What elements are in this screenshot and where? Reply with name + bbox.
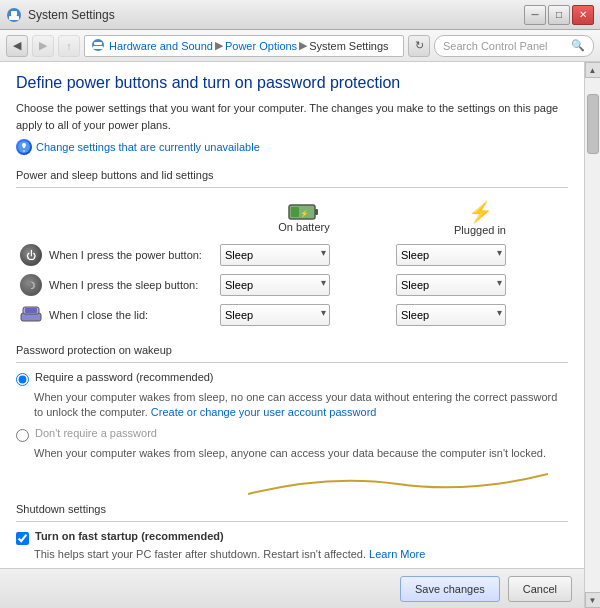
breadcrumb-current: System Settings (309, 40, 388, 52)
battery-label: On battery (278, 221, 329, 233)
sleep-button-icon: ☽ (20, 274, 42, 296)
power-button-label: When I press the power button: (49, 249, 202, 261)
breadcrumb-power[interactable]: Power Options (225, 40, 297, 52)
window-title: System Settings (28, 8, 115, 22)
page-description: Choose the power settings that you want … (16, 100, 568, 133)
svg-rect-5 (93, 46, 103, 49)
power-button-icon: ⏻ (20, 244, 42, 266)
title-bar: System Settings ─ □ ✕ (0, 0, 600, 30)
fast-startup-checkbox[interactable] (16, 532, 29, 545)
sleep-battery-dropdown[interactable]: Sleep Do nothing Hibernate Shut down (220, 274, 330, 296)
dont-require-desc: When your computer wakes from sleep, any… (34, 446, 568, 461)
page-title: Define power buttons and turn on passwor… (16, 74, 568, 92)
breadcrumb: Hardware and Sound ▶ Power Options ▶ Sys… (84, 35, 404, 57)
table-row: ⏻ When I press the power button: Sleep D… (16, 240, 568, 270)
svg-rect-10 (315, 209, 318, 215)
up-button[interactable]: ↑ (58, 35, 80, 57)
forward-button[interactable]: ▶ (32, 35, 54, 57)
cancel-button[interactable]: Cancel (508, 576, 572, 602)
require-password-label: Require a password (recommended) (35, 371, 214, 383)
shutdown-title: Shutdown settings (16, 503, 568, 515)
dont-require-row: Don't require a password (16, 427, 568, 442)
decorative-area (16, 475, 568, 499)
divider-1 (16, 187, 568, 188)
breadcrumb-hardware[interactable]: Hardware and Sound (109, 40, 213, 52)
lid-plugged-dropdown[interactable]: Sleep Do nothing Hibernate Shut down (396, 304, 506, 326)
change-link-icon (16, 139, 32, 155)
password-section-title: Password protection on wakeup (16, 344, 568, 356)
fast-startup-label: Turn on fast startup (recommended) (35, 530, 224, 542)
sleep-button-label: When I press the sleep button: (49, 279, 198, 291)
power-sleep-title: Power and sleep buttons and lid settings (16, 169, 568, 181)
scroll-thumb[interactable] (587, 94, 599, 154)
table-row: When I close the lid: Sleep Do nothing H… (16, 300, 568, 330)
lid-icon (20, 313, 45, 325)
app-icon (6, 7, 22, 23)
window-controls: ─ □ ✕ (524, 5, 594, 25)
lid-battery-dropdown[interactable]: Sleep Do nothing Hibernate Shut down (220, 304, 330, 326)
svg-rect-11 (291, 207, 299, 217)
content-area: Define power buttons and turn on passwor… (0, 62, 600, 608)
svg-rect-1 (11, 11, 17, 16)
require-password-desc: When your computer wakes from sleep, no … (34, 390, 568, 421)
scroll-down-arrow[interactable]: ▼ (585, 592, 601, 608)
divider-3 (16, 521, 568, 522)
require-password-row: Require a password (recommended) (16, 371, 568, 386)
col-plugged-in: ⚡ Plugged in (392, 196, 568, 240)
plugged-label: Plugged in (454, 224, 506, 236)
dont-require-radio[interactable] (16, 429, 29, 442)
refresh-button[interactable]: ↻ (408, 35, 430, 57)
bottom-action-bar: Save changes Cancel (0, 568, 584, 608)
power-sleep-section: Power and sleep buttons and lid settings (16, 169, 568, 330)
svg-rect-15 (25, 308, 37, 313)
table-row: ☽ When I press the sleep button: Sleep D… (16, 270, 568, 300)
change-link-text: Change settings that are currently unava… (36, 141, 260, 153)
close-button[interactable]: ✕ (572, 5, 594, 25)
svg-text:⚡: ⚡ (300, 209, 309, 218)
power-table: ⚡ On battery ⚡ Plugged in (16, 196, 568, 330)
dont-require-label: Don't require a password (35, 427, 157, 439)
svg-rect-4 (94, 42, 102, 45)
password-section: Password protection on wakeup Require a … (16, 344, 568, 461)
col-empty (16, 196, 216, 240)
minimize-button[interactable]: ─ (524, 5, 546, 25)
fast-startup-desc: This helps start your PC faster after sh… (34, 547, 568, 562)
search-placeholder: Search Control Panel (443, 40, 571, 52)
divider-2 (16, 362, 568, 363)
power-battery-dropdown[interactable]: Sleep Do nothing Hibernate Shut down (220, 244, 330, 266)
power-plugged-dropdown[interactable]: Sleep Do nothing Hibernate Shut down (396, 244, 506, 266)
scrollbar[interactable]: ▲ ▼ (584, 62, 600, 608)
breadcrumb-icon (91, 38, 105, 54)
svg-point-7 (23, 150, 25, 152)
back-button[interactable]: ◀ (6, 35, 28, 57)
sleep-plugged-dropdown[interactable]: Sleep Do nothing Hibernate Shut down (396, 274, 506, 296)
create-password-link[interactable]: Create or change your user account passw… (151, 406, 377, 418)
navigation-bar: ◀ ▶ ↑ Hardware and Sound ▶ Power Options… (0, 30, 600, 62)
maximize-button[interactable]: □ (548, 5, 570, 25)
lid-label: When I close the lid: (49, 309, 148, 321)
fast-startup-row: Turn on fast startup (recommended) (16, 530, 568, 545)
main-panel: Define power buttons and turn on passwor… (0, 62, 584, 608)
scroll-up-arrow[interactable]: ▲ (585, 62, 601, 78)
save-changes-button[interactable]: Save changes (400, 576, 500, 602)
col-on-battery: ⚡ On battery (216, 196, 392, 240)
require-password-radio[interactable] (16, 373, 29, 386)
svg-rect-2 (9, 16, 19, 20)
search-icon: 🔍 (571, 39, 585, 52)
change-settings-link[interactable]: Change settings that are currently unava… (16, 139, 568, 155)
learn-more-link[interactable]: Learn More (369, 548, 425, 560)
search-box[interactable]: Search Control Panel 🔍 (434, 35, 594, 57)
